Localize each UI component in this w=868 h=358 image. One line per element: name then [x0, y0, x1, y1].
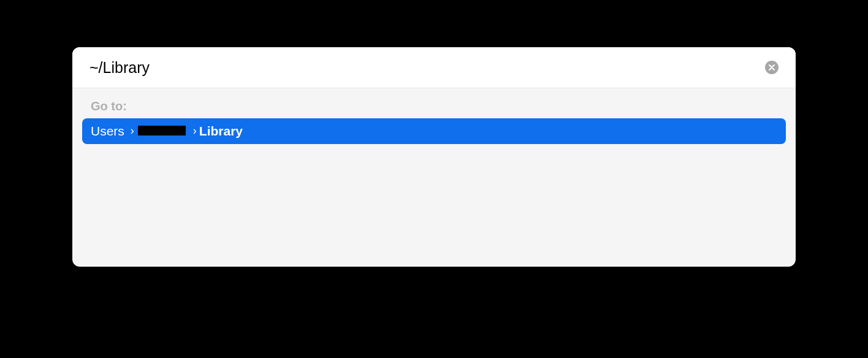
path-segment-library: Library: [199, 124, 243, 139]
go-to-folder-dialog: Go to: Users › › Library: [72, 47, 796, 267]
clear-button[interactable]: [765, 61, 779, 74]
path-input[interactable]: [89, 59, 765, 77]
path-segment-users: Users: [91, 124, 124, 139]
input-row: [72, 47, 796, 88]
goto-section-label: Go to:: [82, 99, 786, 113]
path-segment-redacted: [138, 126, 186, 135]
results-area: Go to: Users › › Library: [72, 88, 796, 154]
close-icon: [769, 64, 775, 70]
chevron-right-icon: ›: [131, 124, 134, 137]
path-result-row[interactable]: Users › › Library: [82, 118, 786, 144]
chevron-right-icon: ›: [193, 124, 197, 137]
